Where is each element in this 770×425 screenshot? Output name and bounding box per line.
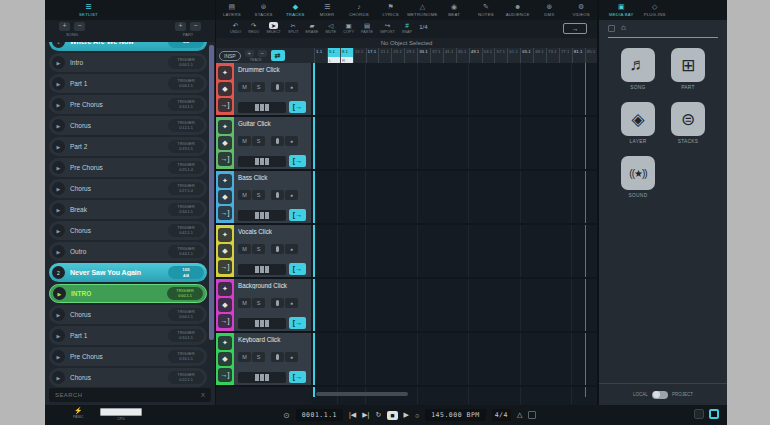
- home-icon[interactable]: ⌂: [621, 24, 626, 32]
- tab-media-bay[interactable]: ▣MEDIA BAY: [609, 0, 634, 20]
- tab-beat[interactable]: ◉BEAT: [438, 0, 470, 20]
- next-button[interactable]: ▶|: [362, 411, 369, 419]
- play-icon[interactable]: ▶: [52, 308, 65, 321]
- split-tool-button[interactable]: ✂SPLIT: [288, 22, 299, 34]
- song-icon[interactable]: ♬: [621, 48, 655, 82]
- tag-icon[interactable]: ◆: [218, 190, 232, 204]
- track-header[interactable]: Background Click MS ● [→: [234, 279, 311, 331]
- record-arm-button[interactable]: ●: [285, 82, 298, 92]
- tab-layers[interactable]: ▤LAYERS: [216, 0, 248, 20]
- layer-icon[interactable]: ◈: [621, 102, 655, 136]
- setlist-item[interactable]: ▶ Chorus TRIGGER0:22.1.1: [49, 368, 207, 387]
- search-clear-icon[interactable]: X: [201, 392, 205, 398]
- monitor-button[interactable]: [271, 244, 284, 254]
- time-signature-display[interactable]: 4/4: [492, 409, 511, 421]
- timeline-ruler[interactable]: 1.1 5.1 9.1 13.1 17.1 21.1 25.1 29.1 33.…: [314, 48, 598, 63]
- record-arm-button[interactable]: ●: [285, 136, 298, 146]
- song-number-icon[interactable]: 2: [52, 266, 65, 279]
- volume-slider[interactable]: [238, 372, 286, 383]
- secondary-view-button[interactable]: [694, 409, 704, 419]
- play-icon[interactable]: ▶: [52, 119, 65, 132]
- copy-button[interactable]: ▣COPY: [343, 22, 354, 34]
- media-item-layer[interactable]: ◈ LAYER: [621, 102, 655, 144]
- setlist-item[interactable]: ▶ Chorus TRIGGER0:42.1.1: [49, 221, 207, 240]
- track-header[interactable]: Vocals Click MS ● [→: [234, 225, 311, 277]
- volume-slider[interactable]: [238, 318, 286, 329]
- mute-button[interactable]: M: [238, 136, 251, 146]
- mute-button[interactable]: M: [238, 82, 251, 92]
- setlist-item[interactable]: ▶ Part 2 TRIGGER0:19.1.1: [49, 137, 207, 156]
- input-routing-icon[interactable]: →]: [218, 260, 232, 274]
- stacks-icon[interactable]: ⊜: [671, 102, 705, 136]
- mute-button[interactable]: M: [238, 244, 251, 254]
- media-item-part[interactable]: ⊞ PART: [671, 48, 705, 90]
- search-input[interactable]: SEARCH X: [49, 388, 211, 402]
- track-name[interactable]: Keyboard Click: [238, 336, 307, 343]
- local-project-toggle[interactable]: [652, 391, 668, 399]
- track-header[interactable]: Keyboard Click MS ● [→: [234, 333, 311, 385]
- input-routing-icon[interactable]: →]: [218, 152, 232, 166]
- setlist-item[interactable]: ▶ Outro TRIGGER0:44.1.1: [49, 242, 207, 261]
- input-routing-icon[interactable]: →]: [218, 314, 232, 328]
- play-icon[interactable]: ▶: [52, 329, 65, 342]
- inspector-button[interactable]: INSP: [219, 51, 241, 61]
- track-name[interactable]: Bass Click: [238, 174, 307, 181]
- actions-icon[interactable]: ✦: [218, 336, 232, 350]
- track-name[interactable]: Drummer Click: [238, 66, 307, 73]
- volume-slider[interactable]: [238, 156, 286, 167]
- setlist-item[interactable]: ▶ Pre Chorus TRIGGER0:25.1.4: [49, 158, 207, 177]
- track-name[interactable]: Background Click: [238, 282, 307, 289]
- mute-button[interactable]: M: [238, 190, 251, 200]
- output-routing-button[interactable]: [→: [289, 155, 306, 167]
- monitor-button[interactable]: [271, 190, 284, 200]
- setlist-item[interactable]: ▶ Intro TRIGGER0:00.1.1: [49, 53, 207, 72]
- sound-icon[interactable]: ((★)): [621, 156, 655, 190]
- expand-toolbar-button[interactable]: →: [563, 23, 587, 34]
- volume-slider[interactable]: [238, 264, 286, 275]
- setlist-item[interactable]: ▶ Chorus TRIGGER0:04.1.1: [49, 305, 207, 324]
- volume-slider[interactable]: [238, 102, 286, 113]
- play-icon[interactable]: ▶: [52, 56, 65, 69]
- tag-icon[interactable]: ◆: [218, 136, 232, 150]
- tag-icon[interactable]: ◆: [218, 352, 232, 366]
- mute-tool-button[interactable]: ◁MUTE: [325, 22, 336, 34]
- input-routing-icon[interactable]: →]: [218, 206, 232, 220]
- monitor-button[interactable]: [271, 136, 284, 146]
- play-icon[interactable]: ▶: [52, 140, 65, 153]
- setlist-item[interactable]: ▶ Break TRIGGER0:34.1.1: [49, 200, 207, 219]
- monitor-button[interactable]: [271, 82, 284, 92]
- solo-button[interactable]: S: [252, 244, 265, 254]
- input-routing-icon[interactable]: →]: [218, 368, 232, 382]
- track-header[interactable]: Drummer Click MS ● [→: [234, 63, 311, 115]
- add-song-button[interactable]: +: [59, 22, 70, 31]
- setlist-item[interactable]: ▶ Pre Chorus TRIGGER0:10.1.1: [49, 95, 207, 114]
- play-icon[interactable]: ▶: [52, 224, 65, 237]
- mute-button[interactable]: M: [238, 298, 251, 308]
- tab-chords[interactable]: ♪CHORDS: [343, 0, 375, 20]
- track-name[interactable]: Guitar Click: [238, 120, 307, 127]
- record-arm-button[interactable]: ●: [285, 244, 298, 254]
- output-routing-button[interactable]: [→: [289, 371, 306, 383]
- add-track-button[interactable]: +: [245, 50, 254, 57]
- import-button[interactable]: ↪IMPORT: [380, 22, 395, 34]
- undo-button[interactable]: ↶UNDO: [230, 22, 241, 34]
- input-routing-icon[interactable]: →]: [218, 98, 232, 112]
- tab-mixer[interactable]: ☰MIXER: [311, 0, 343, 20]
- track-name[interactable]: Vocals Click: [238, 228, 307, 235]
- play-button[interactable]: ▶: [404, 411, 409, 419]
- output-routing-button[interactable]: [→: [289, 101, 306, 113]
- play-icon[interactable]: ▶: [52, 371, 65, 384]
- remove-song-button[interactable]: −: [74, 22, 85, 31]
- play-icon[interactable]: ▶: [52, 182, 65, 195]
- output-routing-button[interactable]: [→: [289, 317, 306, 329]
- record-arm-button[interactable]: ●: [285, 190, 298, 200]
- paste-button[interactable]: ▤PASTE: [361, 22, 373, 34]
- setlist-item[interactable]: ▶ Chorus TRIGGER0:12.1.1: [49, 116, 207, 135]
- panic-button[interactable]: ⚡ PANIC: [73, 407, 83, 419]
- remove-track-button[interactable]: −: [258, 50, 267, 57]
- tab-lyrics[interactable]: ⚑LYRICS: [375, 0, 407, 20]
- actions-icon[interactable]: ✦: [218, 282, 232, 296]
- tab-videos[interactable]: ⚙VIDEOS: [565, 0, 597, 20]
- click-metronome-icon[interactable]: △: [517, 411, 522, 419]
- setlist-item[interactable]: 1 Where Are We Now 4/4: [49, 42, 207, 51]
